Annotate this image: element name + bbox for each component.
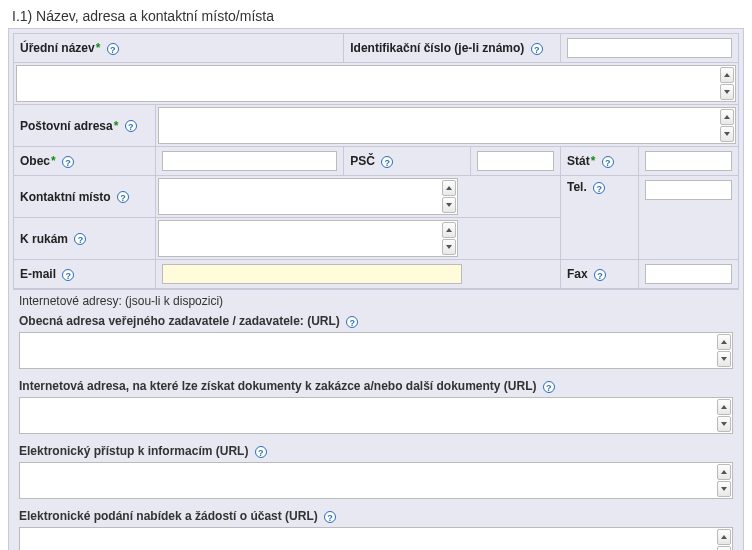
help-icon[interactable]: ? — [255, 446, 267, 458]
contact-point-textarea[interactable] — [159, 179, 441, 211]
textarea-spinner — [442, 222, 456, 255]
label-contact-point: Kontaktní místo — [20, 190, 111, 204]
tel-input[interactable] — [645, 180, 732, 200]
chevron-down-icon — [721, 357, 727, 361]
chevron-down-icon — [721, 487, 727, 491]
spinner-down-button[interactable] — [442, 197, 456, 213]
chevron-up-icon — [446, 228, 452, 232]
attention-textarea[interactable] — [159, 221, 441, 253]
chevron-down-icon — [721, 422, 727, 426]
help-icon[interactable]: ? — [62, 269, 74, 281]
label-url-electronic-access: Elektronický přístup k informacím (URL) — [19, 444, 248, 458]
official-name-textarea[interactable] — [17, 66, 719, 98]
url-documents-textarea[interactable] — [20, 398, 716, 430]
help-icon[interactable]: ? — [324, 511, 336, 523]
help-icon[interactable]: ? — [593, 182, 605, 194]
chevron-down-icon — [724, 132, 730, 136]
textarea-spinner — [720, 109, 734, 142]
required-mark: * — [96, 41, 101, 55]
city-input[interactable] — [162, 151, 337, 171]
postal-address-textarea[interactable] — [159, 108, 719, 140]
textarea-spinner — [717, 399, 731, 432]
spinner-up-button[interactable] — [717, 529, 731, 545]
section-title: I.1) Název, adresa a kontaktní místo/mís… — [12, 8, 744, 24]
id-number-input[interactable] — [567, 38, 732, 58]
help-icon[interactable]: ? — [381, 156, 393, 168]
required-mark: * — [591, 154, 596, 168]
label-email: E-mail — [20, 267, 56, 281]
spinner-up-button[interactable] — [717, 464, 731, 480]
textarea-spinner — [717, 529, 731, 550]
help-icon[interactable]: ? — [594, 269, 606, 281]
textarea-spinner — [720, 67, 734, 100]
help-icon[interactable]: ? — [62, 156, 74, 168]
attention-textarea-wrap — [158, 220, 458, 257]
form-table: Úřední název* ? Identifikační číslo (je-… — [13, 33, 739, 289]
chevron-up-icon — [721, 535, 727, 539]
fax-input[interactable] — [645, 264, 732, 284]
required-mark: * — [51, 154, 56, 168]
spinner-down-button[interactable] — [717, 416, 731, 432]
help-icon[interactable]: ? — [74, 233, 86, 245]
label-postal-code: PSČ — [350, 154, 375, 168]
url-electronic-submission-textarea-wrap — [19, 527, 733, 550]
url-block-electronic-submission: Elektronické podání nabídek a žádostí o … — [13, 507, 739, 550]
url-block-electronic-access: Elektronický přístup k informacím (URL) … — [13, 442, 739, 499]
chevron-down-icon — [724, 90, 730, 94]
url-electronic-submission-textarea[interactable] — [20, 528, 716, 550]
required-mark: * — [114, 119, 119, 133]
spinner-down-button[interactable] — [717, 481, 731, 497]
url-electronic-access-textarea-wrap — [19, 462, 733, 499]
chevron-up-icon — [721, 405, 727, 409]
state-input[interactable] — [645, 151, 732, 171]
label-fax: Fax — [567, 267, 588, 281]
url-general-textarea[interactable] — [20, 333, 716, 365]
label-tel: Tel. — [567, 180, 587, 194]
spinner-up-button[interactable] — [442, 180, 456, 196]
label-attention: K rukám — [20, 232, 68, 246]
form-panel: Úřední název* ? Identifikační číslo (je-… — [8, 28, 744, 550]
spinner-up-button[interactable] — [717, 334, 731, 350]
label-state: Stát — [567, 154, 590, 168]
spinner-down-button[interactable] — [720, 126, 734, 142]
help-icon[interactable]: ? — [346, 316, 358, 328]
chevron-up-icon — [724, 115, 730, 119]
help-icon[interactable]: ? — [543, 381, 555, 393]
url-electronic-access-textarea[interactable] — [20, 463, 716, 495]
textarea-spinner — [717, 334, 731, 367]
help-icon[interactable]: ? — [117, 191, 129, 203]
label-id-number: Identifikační číslo (je-li známo) — [350, 41, 524, 55]
chevron-up-icon — [721, 340, 727, 344]
label-city: Obec — [20, 154, 50, 168]
spinner-down-button[interactable] — [442, 239, 456, 255]
spinner-up-button[interactable] — [717, 399, 731, 415]
spinner-up-button[interactable] — [720, 67, 734, 83]
label-official-name: Úřední název — [20, 41, 95, 55]
postal-code-input[interactable] — [477, 151, 554, 171]
spinner-down-button[interactable] — [720, 84, 734, 100]
chevron-up-icon — [724, 73, 730, 77]
email-input[interactable] — [162, 264, 462, 284]
url-general-textarea-wrap — [19, 332, 733, 369]
textarea-spinner — [442, 180, 456, 213]
help-icon[interactable]: ? — [107, 43, 119, 55]
label-url-general: Obecná adresa veřejného zadavatele / zad… — [19, 314, 340, 328]
official-name-textarea-wrap — [16, 65, 736, 102]
help-icon[interactable]: ? — [531, 43, 543, 55]
help-icon[interactable]: ? — [602, 156, 614, 168]
postal-address-textarea-wrap — [158, 107, 736, 144]
help-icon[interactable]: ? — [125, 120, 137, 132]
textarea-spinner — [717, 464, 731, 497]
internet-heading: Internetové adresy: (jsou-li k dispozici… — [13, 289, 739, 312]
url-documents-textarea-wrap — [19, 397, 733, 434]
spinner-up-button[interactable] — [720, 109, 734, 125]
chevron-up-icon — [446, 186, 452, 190]
label-postal-address: Poštovní adresa — [20, 119, 113, 133]
spinner-up-button[interactable] — [442, 222, 456, 238]
spinner-down-button[interactable] — [717, 546, 731, 550]
url-block-documents: Internetová adresa, na které lze získat … — [13, 377, 739, 434]
spinner-down-button[interactable] — [717, 351, 731, 367]
chevron-down-icon — [446, 203, 452, 207]
chevron-down-icon — [446, 245, 452, 249]
label-url-electronic-submission: Elektronické podání nabídek a žádostí o … — [19, 509, 318, 523]
